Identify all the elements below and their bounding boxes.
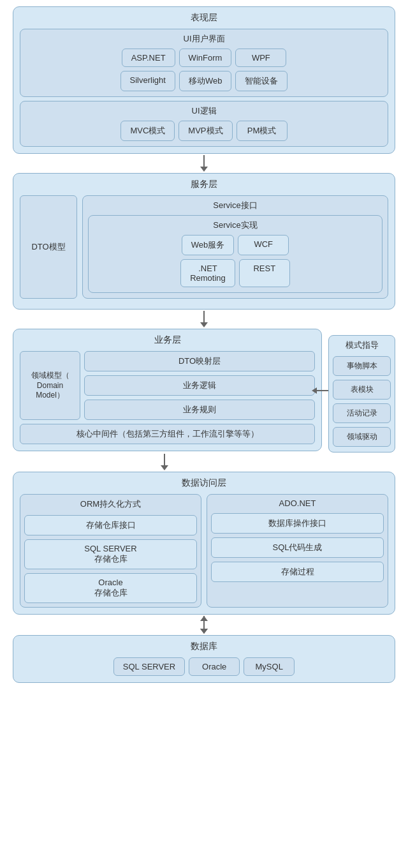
business-layer: 业务层 领域模型（ Domain Model） DTO映射层 业务逻辑 业务规则…	[13, 329, 322, 451]
dto-mapping-tag: DTO映射层	[84, 351, 315, 371]
business-arrow-row	[13, 453, 395, 472]
ui-logic-title: UI逻辑	[26, 105, 382, 117]
business-logic-tag: 业务逻辑	[84, 375, 315, 396]
domain-model-tag: 领域模型（ Domain Model）	[20, 351, 80, 420]
database-layer-title: 数据库	[20, 641, 388, 652]
oracle-repo-tag: Oracle 存储仓库	[24, 573, 197, 603]
orm-col: ORM持久化方式 存储仓库接口 SQL SERVER 存储仓库 Oracle 存…	[20, 494, 201, 608]
wpf-tag: WPF	[235, 49, 286, 67]
service-impl-row2: .NET Remoting REST	[94, 259, 377, 287]
transaction-script-tag: 事物脚本	[333, 356, 391, 376]
data-access-layer-title: 数据访问层	[20, 477, 388, 489]
sql-server-repo-tag: SQL SERVER 存储仓库	[24, 539, 197, 569]
business-layer-title: 业务层	[20, 334, 315, 346]
webservice-tag: Web服务	[182, 235, 235, 255]
ado-col: ADO.NET 数据库操作接口 SQL代码生成 存储过程	[207, 494, 388, 608]
service-layer-title: 服务层	[20, 179, 388, 190]
data-access-cols: ORM持久化方式 存储仓库接口 SQL SERVER 存储仓库 Oracle 存…	[20, 494, 388, 608]
active-record-tag: 活动记录	[333, 403, 391, 423]
service-interface-title: Service接口	[88, 200, 382, 211]
pattern-guide-panel: 模式指导 事物脚本 表模块 活动记录 领域驱动	[328, 335, 395, 453]
business-row: 业务层 领域模型（ Domain Model） DTO映射层 业务逻辑 业务规则…	[13, 329, 395, 453]
ui-logic-tags: MVC模式 MVP模式 PM模式	[26, 121, 382, 141]
winform-tag: WinForm	[179, 49, 232, 67]
dto-section: DTO映射层 业务逻辑 业务规则	[84, 351, 315, 420]
ui-interface-box: UI用户界面 ASP.NET WinForm WPF Silverlight 移…	[20, 29, 388, 97]
database-layer: 数据库 SQL SERVER Oracle MySQL	[13, 635, 395, 683]
pattern-guide-title: 模式指导	[333, 340, 391, 351]
ado-col-title: ADO.NET	[211, 498, 384, 508]
ui-logic-box: UI逻辑 MVC模式 MVP模式 PM模式	[20, 101, 388, 147]
business-rules-tag: 业务规则	[84, 400, 315, 420]
orm-col-title: ORM持久化方式	[24, 498, 197, 510]
stored-proc-tag: 存储过程	[211, 562, 384, 582]
silverlight-tag: Silverlight	[120, 71, 175, 91]
ui-interface-title: UI用户界面	[26, 33, 382, 45]
mvp-tag: MVP模式	[178, 121, 232, 141]
service-interface-box: Service接口 Service实现 Web服务 WCF .NET Remot…	[82, 195, 388, 299]
pm-tag: PM模式	[237, 121, 288, 141]
domain-dto-row: 领域模型（ Domain Model） DTO映射层 业务逻辑 业务规则	[20, 351, 315, 420]
database-tags: SQL SERVER Oracle MySQL	[20, 657, 388, 676]
service-impl-row1: Web服务 WCF	[94, 235, 377, 255]
smartdevice-tag: 智能设备	[235, 71, 288, 91]
domain-driven-tag: 领域驱动	[333, 427, 391, 447]
data-access-layer: 数据访问层 ORM持久化方式 存储仓库接口 SQL SERVER 存储仓库 Or…	[13, 472, 395, 615]
table-module-tag: 表模块	[333, 380, 391, 400]
dotnet-remoting-tag: .NET Remoting	[180, 259, 235, 287]
mobileweb-tag: 移动Web	[179, 71, 232, 91]
ui-row2: Silverlight 移动Web 智能设备	[26, 71, 382, 91]
biz-arrow-col	[13, 453, 316, 472]
repository-interface-tag: 存储仓库接口	[24, 515, 197, 535]
mvc-tag: MVC模式	[120, 121, 175, 141]
wcf-tag: WCF	[238, 235, 289, 255]
presentation-layer-title: 表现层	[20, 12, 388, 24]
rest-tag: REST	[239, 259, 290, 287]
business-layer-main: 业务层 领域模型（ Domain Model） DTO映射层 业务逻辑 业务规则…	[13, 329, 322, 451]
sql-codegen-tag: SQL代码生成	[211, 537, 384, 558]
mysql-db-tag: MySQL	[244, 657, 295, 676]
sqlserver-db-tag: SQL SERVER	[113, 657, 185, 676]
oracle-db-tag: Oracle	[189, 657, 240, 676]
aspnet-tag: ASP.NET	[122, 49, 175, 67]
dto-model-tag: DTO模型	[20, 195, 77, 299]
service-impl-box: Service实现 Web服务 WCF .NET Remoting REST	[88, 215, 382, 293]
service-impl-title: Service实现	[94, 220, 377, 231]
architecture-diagram: 表现层 UI用户界面 ASP.NET WinForm WPF Silverlig…	[13, 6, 395, 683]
ui-row1: ASP.NET WinForm WPF	[26, 49, 382, 67]
db-op-interface-tag: 数据库操作接口	[211, 513, 384, 534]
service-layer: 服务层 DTO模型 Service接口 Service实现 Web服务 WCF …	[13, 173, 395, 310]
core-middleware-tag: 核心中间件（包括第三方组件，工作流引擎等等）	[20, 424, 315, 444]
presentation-layer: 表现层 UI用户界面 ASP.NET WinForm WPF Silverlig…	[13, 6, 395, 154]
